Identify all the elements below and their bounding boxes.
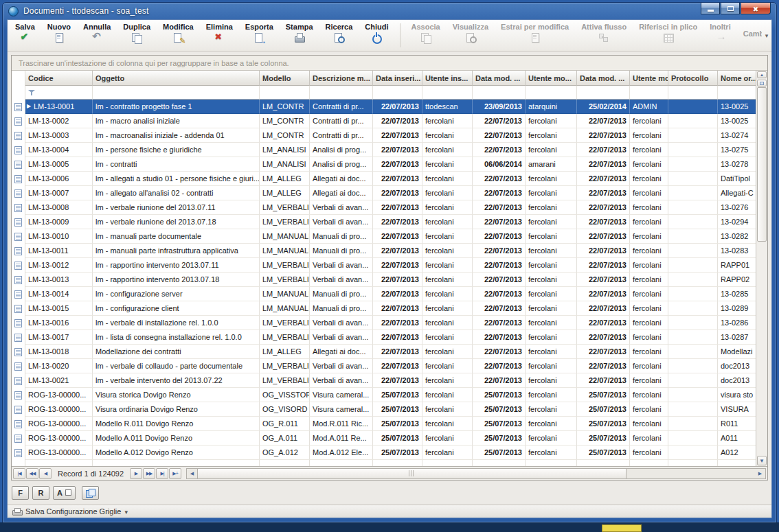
cell[interactable]: lm - contratto progetto fase 1: [93, 100, 260, 114]
cell[interactable]: fercolani: [526, 258, 577, 273]
table-row[interactable]: ROG-13-00000...Visura storica Dovigo Ren…: [25, 388, 756, 402]
cell[interactable]: fercolani: [630, 373, 668, 388]
table-row[interactable]: ROG-13-00000...Modello A.012 Dovigo Renz…: [25, 446, 756, 460]
cell[interactable]: Visura storica Dovigo Renzo: [93, 388, 260, 402]
cell[interactable]: [668, 316, 718, 330]
dropdown-arrow-icon[interactable]: [124, 507, 128, 516]
cell[interactable]: LM_VERBALI: [260, 359, 310, 373]
cell[interactable]: fercolani: [526, 143, 577, 157]
filter-cell[interactable]: [422, 86, 473, 100]
cell[interactable]: LM-13-0013: [25, 273, 93, 287]
cell[interactable]: fercolani: [630, 316, 668, 330]
cell[interactable]: Modellazione dei contratti: [93, 345, 260, 359]
cell[interactable]: 22/07/2013: [577, 287, 630, 301]
cell[interactable]: [668, 388, 718, 402]
cell[interactable]: fercolani: [630, 301, 668, 316]
cell[interactable]: fercolani: [526, 402, 577, 417]
cell[interactable]: 22/07/2013: [373, 244, 422, 258]
cell[interactable]: lm - verbale di installazione rel. 1.0.0: [93, 316, 260, 330]
cell[interactable]: fercolani: [526, 345, 577, 359]
column-header[interactable]: Data inseri...: [373, 71, 422, 86]
cell[interactable]: LM_VERBALI: [260, 273, 310, 287]
cell[interactable]: OG_A.012: [260, 446, 310, 460]
cell[interactable]: doc2013: [718, 359, 756, 373]
cell[interactable]: OG_VISORD: [260, 402, 310, 417]
cell[interactable]: fercolani: [422, 287, 473, 301]
cell[interactable]: 22/07/2013: [577, 345, 630, 359]
table-row[interactable]: LM-13-0011lm - manuali parte infrastrutt…: [25, 244, 756, 258]
filter-cell[interactable]: [93, 86, 260, 100]
cell[interactable]: LM_ALLEG: [260, 172, 310, 186]
grid-corner-button[interactable]: [757, 80, 767, 86]
cell[interactable]: 22/07/2013: [373, 229, 422, 244]
cell[interactable]: 22/07/2013: [577, 172, 630, 186]
toolbar-button-nuovo[interactable]: Nuovo: [41, 20, 77, 51]
cell[interactable]: fercolani: [630, 172, 668, 186]
cell[interactable]: fercolani: [526, 388, 577, 402]
cell[interactable]: Contratti di pr...: [310, 128, 373, 143]
cell[interactable]: fercolani: [630, 446, 668, 460]
cell[interactable]: [668, 330, 718, 345]
table-row[interactable]: LM-13-0009lm - verbale riunione del 2013…: [25, 215, 756, 229]
nav-next-record-button[interactable]: [130, 468, 142, 479]
cell[interactable]: fercolani: [526, 316, 577, 330]
cell[interactable]: VISURA: [718, 402, 756, 417]
cell[interactable]: 22/07/2013: [473, 186, 526, 200]
cell[interactable]: Analisi di prog...: [310, 143, 373, 157]
cell[interactable]: Allegati ai doc...: [310, 345, 373, 359]
cell[interactable]: 13-0025: [718, 100, 756, 114]
cell[interactable]: fercolani: [422, 388, 473, 402]
row-handle[interactable]: [12, 359, 25, 373]
r-button[interactable]: R: [32, 486, 49, 500]
cell[interactable]: fercolani: [526, 330, 577, 345]
cell[interactable]: 13-0289: [718, 301, 756, 316]
cell[interactable]: 22/07/2013: [577, 301, 630, 316]
cell[interactable]: [668, 359, 718, 373]
a-button[interactable]: A: [53, 486, 76, 500]
cell[interactable]: 13-0025: [718, 114, 756, 128]
cell[interactable]: A011: [718, 431, 756, 446]
cell[interactable]: 22/07/2013: [373, 345, 422, 359]
row-handle[interactable]: [12, 100, 25, 114]
cell[interactable]: OG_A.011: [260, 431, 310, 446]
cell[interactable]: fercolani: [630, 200, 668, 215]
filter-cell[interactable]: [25, 86, 93, 100]
cell[interactable]: fercolani: [630, 359, 668, 373]
toolbar-button-duplica[interactable]: Duplica: [117, 20, 157, 51]
toolbar-button-annulla[interactable]: Annulla: [77, 20, 117, 51]
cell[interactable]: LM-13-0009: [25, 215, 93, 229]
column-header[interactable]: Utente mo...: [630, 71, 668, 86]
table-row[interactable]: LM-13-0006lm - allegati a studio 01 - pe…: [25, 172, 756, 186]
row-handle[interactable]: [12, 301, 25, 316]
scroll-up-button[interactable]: [757, 71, 767, 78]
cell[interactable]: LM_MANUALI: [260, 244, 310, 258]
table-row[interactable]: LM-13-0013lm - rapportino intervento 201…: [25, 273, 756, 287]
cell[interactable]: 22/07/2013: [473, 359, 526, 373]
cell[interactable]: Verbali di avan...: [310, 215, 373, 229]
cell[interactable]: lm - lista di consegna installazione rel…: [93, 330, 260, 345]
cell[interactable]: fercolani: [630, 143, 668, 157]
nav-last-record-button[interactable]: [156, 468, 168, 479]
column-header[interactable]: Protocollo: [668, 71, 718, 86]
cell[interactable]: LM_ANALISI: [260, 143, 310, 157]
cell[interactable]: 13-0275: [718, 143, 756, 157]
scroll-right-button[interactable]: [755, 469, 765, 478]
cell[interactable]: fercolani: [630, 215, 668, 229]
cell[interactable]: [668, 172, 718, 186]
cell[interactable]: [668, 229, 718, 244]
row-handle[interactable]: [12, 215, 25, 229]
cell[interactable]: fercolani: [422, 114, 473, 128]
cell[interactable]: 06/06/2014: [473, 157, 526, 172]
cell[interactable]: DatiTipol: [718, 172, 756, 186]
cell[interactable]: 25/07/2013: [373, 431, 422, 446]
cell[interactable]: fercolani: [630, 128, 668, 143]
cell[interactable]: 25/07/2013: [577, 402, 630, 417]
horizontal-scrollbar[interactable]: [186, 468, 766, 479]
cell[interactable]: 25/07/2013: [373, 402, 422, 417]
save-grid-config-menu[interactable]: Salva Configurazione Griglie: [25, 507, 121, 516]
column-header[interactable]: Data mod. ...: [473, 71, 526, 86]
cell[interactable]: 22/07/2013: [473, 273, 526, 287]
cell[interactable]: fercolani: [526, 431, 577, 446]
filter-cell[interactable]: [260, 86, 310, 100]
cell[interactable]: Verbali di avan...: [310, 273, 373, 287]
